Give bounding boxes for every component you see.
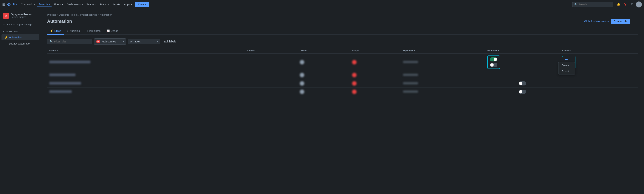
col-owner: Owner — [298, 48, 350, 54]
row2-toggle-wrapper — [490, 63, 498, 67]
filters-menu[interactable]: Filters ▾ — [52, 2, 64, 7]
apps-menu[interactable]: Apps ▾ — [122, 2, 134, 7]
search-input[interactable] — [579, 3, 611, 6]
row4-owner — [298, 88, 350, 96]
row1-owner — [298, 54, 350, 71]
project-rules-dropdown[interactable]: O Project rules ▾ — [94, 38, 126, 45]
name-sort-icon[interactable]: ▴ — [57, 50, 58, 52]
notifications-icon[interactable]: 🔔 — [616, 1, 622, 7]
audit-log-icon: ○ — [67, 29, 68, 32]
usage-icon: 📈 — [106, 29, 110, 32]
tabs: ⚡ Rules ○ Audit log □ Templates 📈 Usage — [47, 28, 638, 35]
all-labels-dropdown[interactable]: All labels ▾ — [128, 39, 160, 44]
create-button[interactable]: Create — [135, 2, 149, 7]
filters-chevron-icon: ▾ — [62, 3, 63, 5]
header-actions: Global administration Create rule ··· — [584, 18, 638, 24]
row3-name — [47, 79, 245, 88]
tab-rules[interactable]: ⚡ Rules — [47, 28, 64, 35]
row1-actions-cell: ••• Copy Delete Export — [560, 54, 638, 71]
context-menu-delete[interactable]: Delete — [558, 62, 575, 68]
filter-rules-input[interactable] — [54, 40, 90, 43]
dashboards-menu[interactable]: Dashboards ▾ — [65, 2, 84, 7]
row3-enabled — [485, 79, 560, 88]
row3-updated — [401, 79, 485, 88]
enabled-sort-icon[interactable]: ▾ — [498, 50, 499, 52]
automation-icon: ⚡ — [4, 36, 8, 39]
row1-scope — [350, 54, 401, 71]
your-work-menu[interactable]: Your work ▾ — [20, 2, 36, 7]
back-arrow-icon: ← — [3, 23, 6, 26]
updated-sort-icon[interactable]: ▾ — [414, 50, 415, 52]
filter-rules-input-wrapper[interactable]: 🔍 — [47, 39, 92, 44]
tab-templates[interactable]: □ Templates — [83, 28, 104, 35]
page-header: Automation Global administration Create … — [47, 18, 638, 24]
row3-toggle[interactable] — [519, 81, 526, 86]
user-avatar[interactable] — [636, 1, 642, 7]
tab-audit-log[interactable]: ○ Audit log — [64, 28, 83, 35]
apps-chevron-icon: ▾ — [131, 3, 132, 5]
row2-toggle[interactable] — [490, 63, 498, 67]
table-body: ••• Copy Delete Export — [47, 54, 638, 96]
row1-toggle[interactable] — [490, 57, 498, 61]
row4-toggle[interactable] — [519, 90, 526, 94]
project-rules-icon: O — [96, 40, 100, 43]
row2-updated — [401, 71, 485, 79]
search-bar[interactable]: 🔍 — [572, 2, 613, 7]
row4-updated — [401, 88, 485, 96]
plans-chevron-icon: ▾ — [108, 3, 109, 5]
project-info: Opsgenie Project Service project — [11, 13, 32, 18]
settings-icon[interactable]: ⚙ — [629, 1, 635, 7]
table-row — [47, 71, 638, 79]
automation-section-label: AUTOMATION — [0, 29, 41, 34]
row1-enabled-cell — [485, 54, 560, 71]
jira-logo[interactable]: Jira — [6, 2, 17, 7]
row1-name — [47, 54, 245, 71]
more-options-button[interactable]: ··· — [632, 18, 638, 24]
row3-actions — [560, 79, 638, 88]
row4-enabled — [485, 88, 560, 96]
context-menu: Delete Export — [558, 62, 575, 75]
breadcrumb-settings[interactable]: Project settings — [80, 13, 97, 16]
projects-menu[interactable]: Projects ▾ — [37, 2, 52, 7]
breadcrumb-automation: Automation — [100, 13, 112, 16]
help-icon[interactable]: ❓ — [622, 1, 628, 7]
toolbar: 🔍 O Project rules ▾ All labels ▾ Edit la… — [47, 38, 638, 45]
tab-usage[interactable]: 📈 Usage — [104, 28, 121, 35]
row1-labels — [245, 54, 298, 71]
row3-labels — [245, 79, 298, 88]
row2-labels — [245, 71, 298, 79]
assets-menu[interactable]: Assets — [111, 2, 122, 7]
plans-menu[interactable]: Plans ▾ — [98, 2, 110, 7]
context-menu-export[interactable]: Export — [558, 68, 575, 74]
row2-owner — [298, 71, 350, 79]
grid-icon[interactable]: ⊞ — [2, 2, 5, 6]
search-icon: 🔍 — [574, 3, 578, 6]
col-scope: Scope — [350, 48, 401, 54]
teams-menu[interactable]: Teams ▾ — [85, 2, 98, 7]
row2-name — [47, 71, 245, 79]
project-rules-label: Project rules — [102, 40, 121, 43]
row1-more-actions-button[interactable]: ••• — [564, 57, 570, 62]
sidebar-item-automation[interactable]: ⚡ Automation — [2, 34, 40, 40]
create-rule-button[interactable]: Create rule — [611, 19, 630, 24]
dashboards-chevron-icon: ▾ — [82, 3, 83, 5]
global-admin-link[interactable]: Global administration — [584, 20, 609, 23]
breadcrumb-projects[interactable]: Projects — [47, 13, 56, 16]
back-to-project-settings[interactable]: ← Back to project settings — [0, 22, 41, 27]
breadcrumb-opsgenie[interactable]: Opsgenie Project — [59, 13, 78, 16]
breadcrumb: Projects / Opsgenie Project / Project se… — [47, 13, 638, 16]
row4-name — [47, 88, 245, 96]
sidebar-item-legacy-automation[interactable]: Legacy automation — [2, 41, 40, 47]
row2-scope — [350, 71, 401, 79]
breadcrumb-sep-2: / — [78, 13, 79, 16]
col-actions: Actions — [560, 48, 638, 54]
row1-updated — [401, 54, 485, 71]
project-type: Service project — [11, 16, 32, 18]
edit-labels-button[interactable]: Edit labels — [162, 39, 178, 44]
nav-icons: 🔔 ❓ ⚙ — [616, 1, 642, 7]
table-header: Name ▴ Labels Owner Scope Updated ▾ Enab… — [47, 48, 638, 54]
project-rules-chevron-icon: ▾ — [123, 40, 124, 43]
jira-wordmark: Jira — [12, 3, 17, 6]
page-title: Automation — [47, 19, 72, 24]
sidebar: O Opsgenie Project Service project ← Bac… — [0, 9, 41, 194]
